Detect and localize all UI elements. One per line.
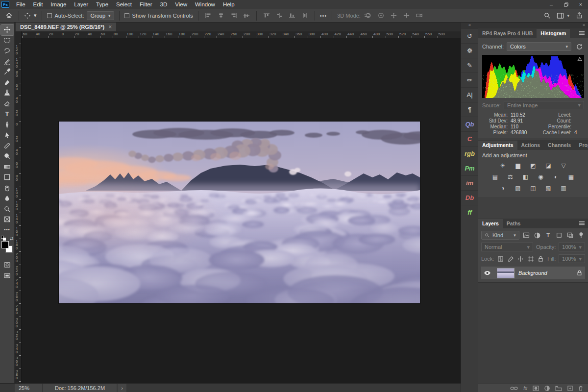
filter-adjustment-layers-icon[interactable]	[533, 231, 541, 240]
histogram-panel-menu-icon[interactable]	[576, 30, 588, 38]
filter-type-layers-icon[interactable]: T	[544, 231, 552, 240]
ruler-origin-corner[interactable]	[15, 31, 22, 38]
layer-filter-kind-select[interactable]: Kind▾	[481, 231, 519, 240]
invert-icon[interactable]: ◑	[497, 184, 508, 192]
align-vertical-centers-button[interactable]	[242, 10, 251, 21]
history-panel-icon[interactable]: ↺	[461, 28, 478, 43]
brush-tool[interactable]	[1, 77, 14, 88]
color-lookup-icon[interactable]: ▦	[566, 173, 577, 181]
levels-icon[interactable]: ▆	[513, 162, 523, 170]
3d-pan-button[interactable]	[389, 10, 399, 21]
home-button[interactable]	[4, 10, 14, 21]
menu-file[interactable]: File	[12, 0, 29, 9]
exposure-icon[interactable]: ◪	[543, 162, 554, 170]
search-button[interactable]	[542, 10, 552, 21]
extension-rgb-panel-icon[interactable]: rgb	[461, 146, 478, 161]
zoom-tool[interactable]	[1, 204, 14, 215]
move-tool-preset[interactable]: ▾	[24, 12, 37, 19]
show-transform-controls-checkbox[interactable]	[124, 13, 129, 18]
menu-image[interactable]: Image	[47, 0, 70, 9]
path-selection-tool[interactable]	[1, 130, 14, 141]
extension-db-panel-icon[interactable]: Db	[461, 190, 478, 205]
vibrance-icon[interactable]: ▽	[558, 162, 569, 170]
new-adjustment-layer-button[interactable]	[544, 386, 550, 391]
brightness-contrast-icon[interactable]: ☀	[497, 162, 508, 170]
filter-pin-toggle[interactable]	[577, 231, 585, 240]
gradient-map-icon[interactable]: ▥	[558, 184, 569, 192]
vertical-ruler[interactable]: 1 2 01 0 08 06 04 02 002 04 06 08 01 0 0…	[15, 38, 22, 383]
new-group-button[interactable]	[555, 386, 562, 391]
menu-window[interactable]: Window	[191, 0, 219, 9]
close-button[interactable]: ×	[573, 0, 588, 9]
tab-channels[interactable]: Channels	[544, 141, 575, 150]
more-options-button[interactable]: •••	[320, 13, 327, 19]
navigator-panel-icon[interactable]: ☸	[461, 43, 478, 58]
extension-im-panel-icon[interactable]: im	[461, 175, 478, 190]
layer-row-background[interactable]: Background	[481, 267, 585, 279]
threshold-icon[interactable]: ◫	[528, 184, 539, 192]
extension-qb-panel-icon[interactable]: Qb	[461, 117, 478, 131]
auto-select-target-select[interactable]: Group▾	[87, 11, 114, 20]
hand-tool[interactable]	[1, 183, 14, 194]
frame-tool[interactable]	[1, 172, 14, 183]
3d-slide-button[interactable]	[402, 10, 412, 21]
menu-view[interactable]: View	[171, 0, 191, 9]
extension-c-panel-icon[interactable]: C	[461, 131, 478, 146]
3d-camera-button[interactable]	[415, 10, 424, 21]
blend-mode-select[interactable]: Normal▾	[481, 243, 533, 251]
foreground-color-swatch[interactable]	[1, 241, 9, 248]
black-white-icon[interactable]: ◧	[520, 173, 531, 181]
layer-name[interactable]: Background	[518, 270, 573, 276]
tab-actions[interactable]: Actions	[517, 141, 544, 150]
restore-button[interactable]	[559, 0, 573, 9]
status-options-chevron[interactable]: ›	[118, 384, 126, 392]
distribute-horizontal-centers-button[interactable]	[300, 10, 310, 21]
document-tab[interactable]: DSC_8489.NEF @ 25% (RGB/16*) ×	[16, 23, 116, 31]
tab-properties[interactable]: Properties	[575, 141, 588, 150]
screen-mode-button[interactable]	[1, 270, 14, 281]
tool-presets-panel-icon[interactable]: ✏	[461, 73, 478, 87]
lock-transparent-pixels-button[interactable]	[497, 255, 504, 262]
hue-saturation-icon[interactable]: ▤	[490, 173, 501, 181]
document-tab-close-icon[interactable]: ×	[108, 24, 112, 30]
layer-thumbnail[interactable]	[497, 268, 514, 278]
pen-tool[interactable]	[1, 120, 14, 130]
align-right-edges-button[interactable]	[229, 10, 239, 21]
menu-edit[interactable]: Edit	[29, 0, 47, 9]
zoom-level-field[interactable]: 25%	[15, 384, 42, 392]
align-left-edges-button[interactable]	[203, 10, 213, 21]
lock-position-button[interactable]	[517, 255, 524, 262]
eyedropper-tool[interactable]	[1, 67, 14, 77]
lock-artboard-nesting-button[interactable]	[527, 255, 535, 262]
histogram-refresh-button[interactable]	[574, 41, 584, 52]
auto-select-checkbox[interactable]	[47, 13, 52, 18]
tab-rp4-hub[interactable]: RP4 Raya Pro 4 HUB	[478, 29, 537, 38]
layer-style-button[interactable]: fx	[523, 386, 527, 391]
lock-image-pixels-button[interactable]	[507, 255, 514, 262]
spot-healing-brush-tool[interactable]	[1, 141, 14, 151]
filter-shape-layers-icon[interactable]	[555, 231, 563, 240]
tab-histogram[interactable]: Histogram	[537, 29, 570, 38]
new-layer-button[interactable]	[567, 386, 573, 391]
distribute-top-edges-button[interactable]	[262, 10, 271, 21]
paragraph-panel-icon[interactable]: ¶	[461, 102, 478, 117]
share-button[interactable]	[574, 10, 584, 21]
3d-orbit-button[interactable]	[364, 10, 373, 21]
blur-tool[interactable]	[1, 193, 14, 204]
menu-3d[interactable]: 3D	[156, 0, 172, 9]
quick-mask-button[interactable]	[1, 260, 14, 270]
delete-layer-button[interactable]	[578, 386, 583, 391]
swap-colors-icon[interactable]: ⇄	[10, 236, 14, 241]
expand-dock-control[interactable]: »	[478, 23, 588, 28]
minimize-button[interactable]: –	[544, 0, 559, 9]
align-horizontal-centers-button[interactable]	[216, 10, 226, 21]
opacity-select[interactable]: 100%▾	[559, 243, 585, 251]
horizontal-ruler[interactable]: 6040200204060801001201401601802002202402…	[22, 31, 461, 38]
photo-filter-icon[interactable]: ◉	[536, 173, 546, 181]
lock-all-button[interactable]	[538, 255, 545, 262]
canvas-workspace[interactable]	[22, 38, 461, 383]
selective-color-icon[interactable]: ▧	[543, 184, 554, 192]
extension-ff-panel-icon[interactable]: ff	[461, 205, 478, 220]
add-layer-mask-button[interactable]	[533, 386, 539, 391]
tab-layers[interactable]: Layers	[478, 219, 503, 228]
